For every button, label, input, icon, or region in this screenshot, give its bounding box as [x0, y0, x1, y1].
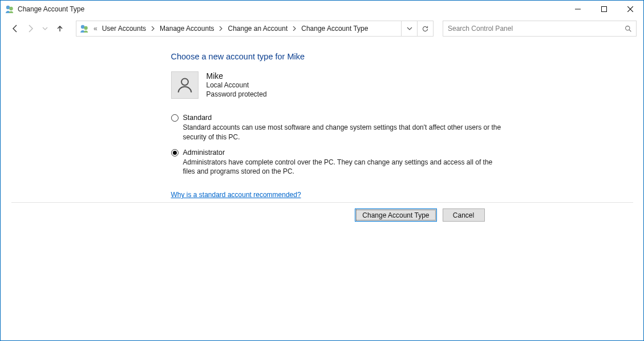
svg-point-6 — [181, 78, 188, 85]
account-type-options: Standard Standard accounts can use most … — [11, 114, 502, 176]
page-heading: Choose a new account type for Mike — [11, 52, 633, 61]
option-title: Standard — [183, 114, 502, 122]
chevron-right-icon[interactable] — [291, 26, 298, 31]
breadcrumb-item[interactable]: User Accounts — [99, 25, 149, 33]
avatar — [171, 71, 199, 99]
forward-button[interactable] — [23, 22, 37, 35]
user-accounts-icon — [80, 24, 89, 33]
account-status-label: Password protected — [206, 90, 267, 99]
change-account-type-button[interactable]: Change Account Type — [355, 208, 436, 222]
svg-point-0 — [6, 6, 10, 9]
up-button[interactable] — [53, 22, 67, 35]
recent-locations-dropdown[interactable] — [38, 22, 52, 35]
help-link[interactable]: Why is a standard account recommended? — [11, 191, 301, 199]
option-desc: Administrators have complete control ove… — [183, 158, 502, 176]
svg-point-5 — [625, 26, 629, 30]
breadcrumb-item[interactable]: Manage Accounts — [156, 25, 217, 33]
maximize-button[interactable] — [591, 1, 617, 18]
titlebar: Change Account Type — [1, 1, 643, 18]
search-icon[interactable] — [620, 21, 636, 36]
option-desc: Standard accounts can use most software … — [183, 123, 502, 141]
chevron-right-icon[interactable] — [149, 26, 156, 31]
cancel-button[interactable]: Cancel — [443, 208, 485, 222]
option-title: Administrator — [183, 149, 502, 157]
search-box[interactable] — [443, 21, 637, 37]
breadcrumb-item[interactable]: Change an Account — [224, 25, 291, 33]
chevron-right-icon[interactable] — [217, 26, 224, 31]
close-button[interactable] — [617, 1, 643, 18]
radio-standard[interactable] — [171, 114, 179, 122]
address-bar[interactable]: « User Accounts Manage Accounts Change a… — [76, 21, 434, 37]
breadcrumb: « User Accounts Manage Accounts Change a… — [92, 25, 371, 33]
action-bar: Change Account Type Cancel — [11, 202, 633, 227]
svg-point-3 — [81, 25, 84, 29]
account-summary: Mike Local Account Password protected — [11, 71, 633, 99]
address-history-dropdown[interactable] — [401, 21, 417, 36]
option-standard[interactable]: Standard Standard accounts can use most … — [171, 114, 502, 141]
svg-rect-2 — [602, 7, 607, 12]
user-accounts-icon — [5, 5, 14, 14]
content-area: Choose a new account type for Mike Mike … — [1, 39, 643, 340]
svg-point-4 — [84, 26, 87, 30]
radio-administrator[interactable] — [171, 149, 179, 157]
address-toolbar: « User Accounts Manage Accounts Change a… — [1, 18, 643, 39]
breadcrumb-item[interactable]: Change Account Type — [298, 25, 371, 33]
back-button[interactable] — [9, 22, 22, 35]
search-input[interactable] — [443, 25, 620, 33]
refresh-button[interactable] — [417, 21, 433, 36]
option-administrator[interactable]: Administrator Administrators have comple… — [171, 149, 502, 176]
account-name: Mike — [206, 71, 267, 81]
window-title: Change Account Type — [18, 5, 84, 13]
account-type-label: Local Account — [206, 81, 267, 90]
minimize-button[interactable] — [565, 1, 591, 18]
svg-point-1 — [9, 7, 13, 10]
window-controls — [565, 1, 643, 18]
user-icon — [175, 75, 195, 95]
window: Change Account Type — [0, 0, 644, 341]
breadcrumb-overflow[interactable]: « — [92, 25, 99, 33]
